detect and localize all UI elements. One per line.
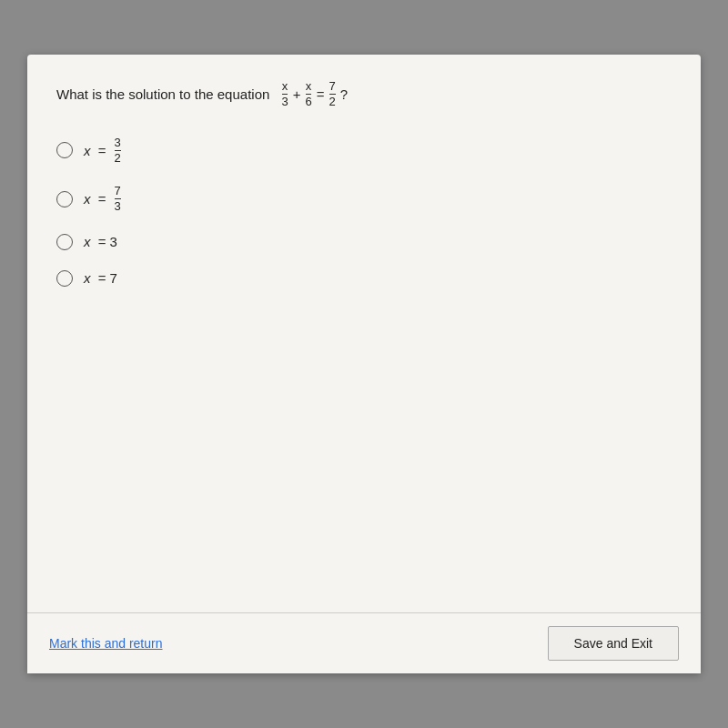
question-text: What is the solution to the equation x 3… — [56, 80, 672, 109]
option-4[interactable]: x = 7 — [56, 270, 672, 287]
footer: Mark this and return Save and Exit — [27, 612, 701, 673]
option-1[interactable]: x = 3 2 — [56, 136, 672, 166]
term1-fraction: x 3 — [282, 80, 288, 109]
radio-option-1[interactable] — [56, 142, 73, 158]
option-2-label: x = 7 3 — [84, 185, 122, 214]
equals-operator: = — [317, 84, 325, 106]
option-3[interactable]: x = 3 — [56, 234, 672, 250]
option-2[interactable]: x = 7 3 — [56, 185, 672, 214]
mark-return-link[interactable]: Mark this and return — [49, 636, 163, 651]
plus-operator: + — [293, 84, 301, 106]
question-prefix: What is the solution to the equation — [56, 84, 269, 106]
option-2-fraction: 7 3 — [115, 185, 121, 214]
option-1-fraction: 3 2 — [115, 136, 121, 166]
term2-fraction: x 6 — [306, 80, 312, 109]
card-content: What is the solution to the equation x 3… — [27, 55, 701, 612]
radio-option-2[interactable] — [56, 191, 73, 207]
save-exit-button[interactable]: Save and Exit — [548, 626, 679, 661]
option-4-label: x = 7 — [84, 270, 117, 286]
question-suffix: ? — [340, 84, 348, 106]
options-container: x = 3 2 x = 7 3 — [56, 136, 672, 287]
radio-option-4[interactable] — [56, 270, 73, 287]
radio-option-3[interactable] — [56, 234, 73, 250]
question-card: What is the solution to the equation x 3… — [27, 55, 701, 673]
outer-wrapper: What is the solution to the equation x 3… — [18, 36, 710, 692]
option-3-label: x = 3 — [84, 234, 117, 249]
term3-fraction: 7 2 — [329, 80, 336, 109]
option-1-label: x = 3 2 — [84, 136, 122, 166]
